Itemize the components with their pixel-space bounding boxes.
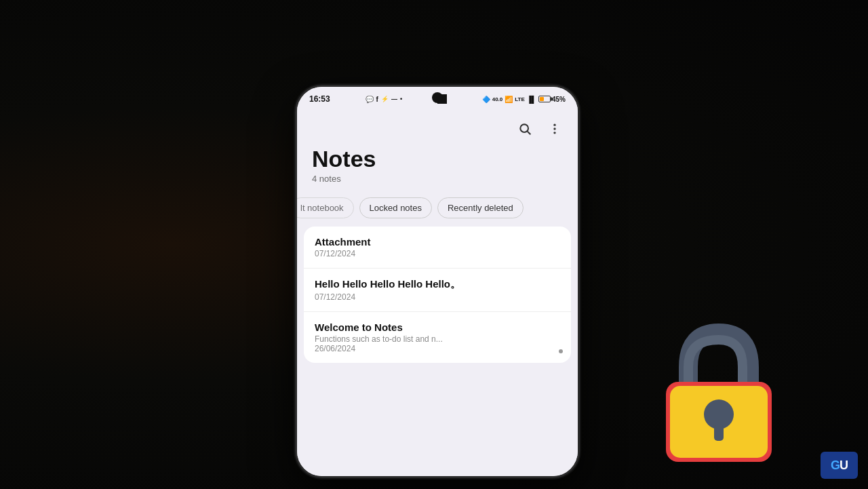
note-date-3: 26/06/2024 bbox=[315, 344, 560, 353]
svg-point-0 bbox=[520, 124, 528, 132]
wifi-icon: 📶 bbox=[505, 96, 513, 103]
top-bar bbox=[297, 111, 578, 143]
facebook-icon: f bbox=[376, 96, 378, 103]
status-icons: 💬 f ⚡ — • bbox=[366, 96, 403, 103]
note-title-2: Hello Hello Hello Hello Hello。 bbox=[315, 278, 560, 291]
note-title-3: Welcome to Notes bbox=[315, 321, 560, 333]
svg-line-1 bbox=[528, 132, 531, 135]
tab-locked-notes[interactable]: Locked notes bbox=[359, 197, 432, 218]
lte-icon: LTE bbox=[515, 96, 525, 102]
note-date-2: 07/12/2024 bbox=[315, 292, 560, 302]
note-dot-3 bbox=[559, 349, 563, 353]
watermark-text-2: U bbox=[840, 458, 848, 473]
note-count: 4 notes bbox=[312, 174, 563, 184]
app-content: Notes 4 notes lt notebook Locked notes R… bbox=[297, 111, 578, 476]
signal-bars: ▐▌ bbox=[527, 96, 536, 103]
filter-tabs: lt notebook Locked notes Recently delete… bbox=[297, 194, 578, 227]
note-item-attachment[interactable]: Attachment 07/12/2024 bbox=[304, 227, 571, 269]
svg-point-2 bbox=[553, 124, 555, 126]
status-time: 16:53 bbox=[309, 94, 330, 104]
title-section: Notes 4 notes bbox=[297, 143, 578, 194]
whatsapp-icon: 💬 bbox=[366, 96, 374, 103]
status-right: 🔷 40.0 📶 LTE ▐▌ 45% bbox=[482, 96, 566, 103]
battery: 45% bbox=[538, 96, 566, 103]
app-title: Notes bbox=[312, 146, 563, 172]
battery-percent: 45% bbox=[552, 96, 566, 103]
more-options-button[interactable] bbox=[544, 118, 566, 140]
note-title-1: Attachment bbox=[315, 236, 560, 248]
watermark-text: G bbox=[831, 458, 840, 473]
svg-point-4 bbox=[553, 132, 555, 134]
bluetooth-icon: 🔷 bbox=[482, 96, 490, 103]
note-item-welcome[interactable]: Welcome to Notes Functions such as to-do… bbox=[304, 312, 571, 363]
svg-rect-8 bbox=[714, 425, 724, 441]
lock-icon-overlay bbox=[651, 319, 787, 469]
signal-icon: ⚡ bbox=[381, 96, 389, 102]
phone-frame: 16:53 💬 f ⚡ — • 🔷 40.0 📶 LTE ▐▌ 45% bbox=[295, 85, 580, 478]
note-item-hello[interactable]: Hello Hello Hello Hello Hello。 07/12/202… bbox=[304, 269, 571, 312]
notes-list: Attachment 07/12/2024 Hello Hello Hello … bbox=[304, 227, 571, 363]
network-speed: 40.0 bbox=[492, 96, 503, 102]
tab-notebook[interactable]: lt notebook bbox=[297, 197, 354, 218]
search-button[interactable] bbox=[514, 118, 536, 140]
dot-icon: • bbox=[400, 96, 402, 102]
camera-notch bbox=[432, 92, 443, 103]
note-date-1: 07/12/2024 bbox=[315, 249, 560, 258]
svg-point-3 bbox=[553, 128, 555, 130]
tab-recently-deleted[interactable]: Recently deleted bbox=[437, 197, 524, 218]
watermark: GU bbox=[821, 452, 858, 479]
dash-icon: — bbox=[391, 96, 397, 102]
note-preview-3: Functions such as to-do list and n... bbox=[315, 334, 560, 344]
